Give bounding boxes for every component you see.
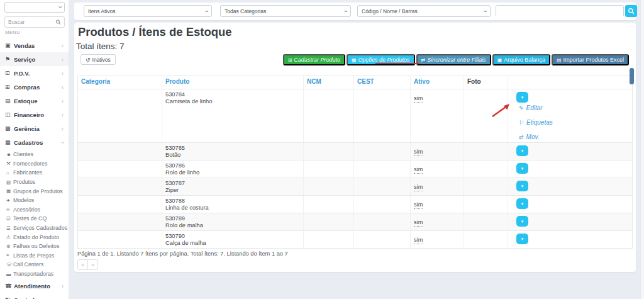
ativo-toggle[interactable]: sim	[414, 166, 423, 174]
status-filter-select[interactable]: Itens Ativos ‹	[84, 5, 212, 17]
cell-cest	[354, 196, 411, 213]
table-row: 530784 Camiseta de linho sim ▾ ✎ Editar …	[78, 89, 632, 143]
search-type-select[interactable]: Código / Nome / Barras ‹	[357, 5, 491, 17]
ativo-toggle[interactable]: sim	[414, 184, 423, 191]
search-button[interactable]	[625, 5, 637, 17]
content-card: Produtos / Ítens de Estoque Total ítens:…	[74, 23, 636, 272]
column-header-produto[interactable]: Produto	[162, 76, 304, 89]
row-dropdown-button[interactable]: ▾	[516, 163, 528, 174]
product-code: 530788	[165, 198, 303, 205]
scrollbar-track[interactable]	[640, 0, 644, 299]
submenu-item-call-centers[interactable]: ☏ Call Centers	[0, 260, 69, 269]
cell-ativo: sim	[411, 89, 464, 142]
cell-ncm	[304, 231, 354, 248]
row-dropdown-button[interactable]: ▾	[516, 92, 528, 103]
row-dropdown-button[interactable]: ▾	[516, 216, 528, 227]
search-type-value: Código / Nome / Barras	[362, 8, 418, 14]
ativo-toggle[interactable]: sim	[414, 149, 423, 156]
prev-page-button[interactable]: «	[77, 259, 88, 270]
servicos-icon: ☰	[6, 225, 13, 231]
submenu-item-servicos-cadastrados[interactable]: ☰ Serviços Cadastrados	[0, 223, 69, 233]
column-header-ativo[interactable]: Ativo	[411, 76, 464, 89]
submenu-item-estado-do-produto[interactable]: ⚠ Estado do Produto	[0, 232, 69, 242]
filter-bar: Itens Ativos ‹ Todas Categorias ‹ Código…	[74, 3, 636, 20]
chevron-icon: ‹	[62, 296, 64, 299]
submenu-item-fabricantes[interactable]: ⌂ Fabricantes	[0, 168, 69, 178]
tag-icon: ⚐	[519, 120, 524, 126]
listas-precos-icon: ≡	[6, 252, 13, 258]
submenu-item-clientes[interactable]: ☻ Clientes	[0, 150, 69, 159]
sidebar-item-gerencia[interactable]: ▩ Gerência ‹	[0, 121, 69, 135]
importar-produtos-excel-button[interactable]: ▤ Importar Produtos Excel	[552, 54, 629, 65]
row-dropdown-button[interactable]: ▾	[516, 234, 528, 244]
total-items-label: Total ítens: 7	[76, 42, 125, 51]
row-dropdown-button[interactable]: ▾	[516, 198, 528, 209]
column-header-categoria[interactable]: Categoria	[78, 76, 162, 89]
submenu-item-produtos[interactable]: ▧ Produtos	[0, 178, 69, 187]
sidebar-item-vendas[interactable]: ▣ Vendas ‹	[0, 38, 69, 52]
row-menu-item-etiquetas[interactable]: ⚐ Etiquetas	[519, 119, 553, 126]
arquivo-balanca-button[interactable]: ▣ Arquivo Balança	[492, 54, 550, 65]
submenu-item-transportadoras[interactable]: ▬ Transportadoras	[0, 269, 69, 279]
cell-foto	[464, 89, 508, 142]
company-select[interactable]: ‹	[4, 2, 65, 13]
submenu-item-fornecedores[interactable]: ⚒ Fornecedores	[0, 159, 69, 169]
column-header-cest[interactable]: CEST	[354, 76, 411, 89]
cadastros-submenu: ☻ Clientes ⚒ Fornecedores ⌂ Fabricantes …	[0, 150, 69, 278]
sidebar-item-label: Financeiro	[14, 111, 62, 118]
sincronizar-entre-filiais-button[interactable]: ⇄ Sincronizar entre Filiais	[416, 54, 491, 65]
product-name: Rolo de linho	[165, 169, 303, 176]
cell-ativo: sim	[411, 161, 464, 178]
scrollbar-thumb[interactable]	[630, 68, 634, 84]
submenu-item-modelos[interactable]: ✈ Modelos	[0, 196, 69, 205]
inativos-button[interactable]: ↺ Inativos	[80, 54, 116, 65]
sidebar-search-input[interactable]	[8, 19, 55, 25]
submenu-item-grupos-de-produtos[interactable]: ▦ Grupos de Produtos	[0, 186, 69, 196]
category-filter-select[interactable]: Todas Categorias ‹	[220, 5, 351, 17]
product-name: Linha de costura	[165, 205, 303, 212]
row-menu-item-mov[interactable]: ⇄ Mov.	[519, 133, 539, 140]
cell-cest	[354, 213, 411, 230]
product-code: 530784	[165, 91, 303, 98]
arquivo-balanca-icon: ▣	[497, 57, 502, 63]
submenu-item-falhas-ou-defeitos[interactable]: ⚙ Falhas ou Defeitos	[0, 242, 69, 251]
sidebar-item-servico[interactable]: ⚑ Serviço ‹	[0, 52, 69, 66]
ativo-toggle[interactable]: sim	[414, 237, 423, 244]
submenu-item-acessorios[interactable]: ∞ Acessórios	[0, 205, 69, 215]
row-menu-item-editar[interactable]: ✎ Editar	[519, 104, 543, 111]
cell-cest	[354, 89, 411, 142]
ativo-toggle[interactable]: sim	[414, 95, 423, 103]
vendas-icon: ▣	[5, 42, 14, 48]
actions-row: ⊞ Cadastrar Produto ▦ Opções de Produtos…	[283, 54, 629, 65]
fornecedores-icon: ⚒	[6, 161, 13, 166]
action-button-label: Importar Produtos Excel	[563, 57, 624, 63]
sidebar-item-p-d-v[interactable]: ⊡ P.D.V. ‹	[0, 66, 69, 80]
sidebar-item-compras[interactable]: ⊞ Compras ‹	[0, 80, 69, 94]
sidebar-item-label: Compras	[14, 84, 62, 91]
sidebar-item-contador[interactable]: ◧ Contador ‹	[0, 293, 69, 299]
action-button-label: Arquivo Balança	[504, 57, 545, 63]
ativo-toggle[interactable]: sim	[414, 219, 423, 227]
next-page-button[interactable]: »	[87, 259, 98, 270]
submenu-item-listas-de-precos[interactable]: ≡ Listas de Preços	[0, 251, 69, 261]
cell-ncm	[304, 161, 354, 178]
sidebar-item-cadastros[interactable]: ▦ Cadastros ‹	[0, 135, 69, 149]
row-dropdown-button[interactable]: ▾	[516, 181, 528, 191]
sidebar: ‹ MENU ▣ Vendas ‹ ⚑ Serviço ‹ ⊡ P.D.V. ‹…	[0, 0, 69, 299]
cadastrar-produto-button[interactable]: ⊞ Cadastrar Produto	[283, 54, 345, 65]
sidebar-item-estoque[interactable]: ▤ Estoque ‹	[0, 94, 69, 108]
cell-categoria	[78, 178, 162, 195]
table-header-row: CategoriaProdutoNCMCESTAtivoFoto	[78, 76, 632, 89]
product-search-input[interactable]	[496, 8, 623, 18]
submenu-item-label: Modelos	[13, 197, 34, 203]
chevron-icon: ‹	[62, 70, 64, 77]
ativo-toggle[interactable]: sim	[414, 201, 423, 209]
cell-produto: 530790 Calça de malha	[162, 231, 304, 248]
column-header-ncm[interactable]: NCM	[304, 76, 354, 89]
product-name: Calça de malha	[165, 240, 303, 247]
row-dropdown-button[interactable]: ▾	[516, 145, 528, 156]
sidebar-item-financeiro[interactable]: ◫ Financeiro ‹	[0, 108, 69, 121]
table-row: 530790 Calça de malha sim ▾	[78, 231, 632, 249]
sidebar-item-atendimento[interactable]: ☎ Atendimento ‹	[0, 279, 69, 293]
submenu-item-testes-de-cq[interactable]: ☑ Testes de CQ	[0, 214, 69, 223]
